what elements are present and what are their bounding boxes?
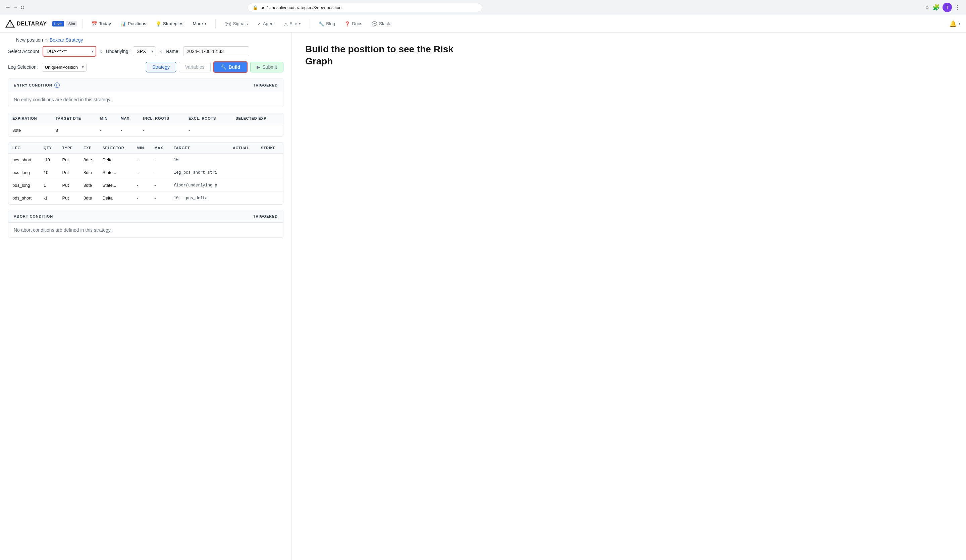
abort-condition-section: ABORT CONDITION TRIGGERED No abort condi… — [8, 210, 283, 238]
chevron-account-icon[interactable]: ▾ — [959, 21, 961, 26]
strategies-icon: 💡 — [156, 21, 161, 26]
nav-site[interactable]: △ Site ▾ — [281, 19, 304, 28]
logo-text: DELTARAY — [17, 21, 47, 27]
leg-col-qty: QTY — [39, 143, 58, 154]
variables-tab[interactable]: Variables — [179, 62, 211, 72]
bell-icon[interactable]: 🔔 — [949, 20, 957, 28]
exp-col-min: MIN — [96, 113, 117, 124]
exp-col-incl-roots: INCL. ROOTS — [139, 113, 185, 124]
abort-condition-body: No abort conditions are defined in this … — [14, 227, 112, 233]
site-chevron-icon: ▾ — [299, 21, 301, 26]
nav-strategies[interactable]: 💡 Strategies — [152, 19, 187, 28]
expiration-table: EXPIRATION TARGET DTE MIN MAX INCL. ROOT… — [8, 113, 283, 136]
table-row: pds_long1Put8dteState...--floor(underlyi… — [8, 179, 283, 192]
nav-today[interactable]: 📅 Today — [88, 19, 114, 28]
menu-icon[interactable]: ⋮ — [955, 4, 961, 11]
legs-table-section: LEG QTY TYPE EXP SELECTOR MIN MAX TARGET… — [8, 142, 283, 205]
refresh-button[interactable]: ↻ — [20, 4, 25, 11]
wrench-build-icon: 🔧 — [221, 64, 227, 70]
exp-row-selected-exp — [232, 124, 283, 137]
table-row: 8dte 8 - - - - — [8, 124, 283, 137]
url-text: us-1.mesolive.io/strategies/3/new-positi… — [261, 5, 342, 10]
exp-col-selected-exp: SELECTED EXP — [232, 113, 283, 124]
badge-live[interactable]: Live — [52, 21, 64, 26]
calendar-icon: 📅 — [92, 21, 97, 26]
wrench-icon: 🔧 — [319, 21, 324, 26]
exp-row-min: - — [96, 124, 117, 137]
breadcrumb-separator: » — [45, 37, 48, 43]
name-label: Name: — [166, 49, 179, 54]
leg-col-actual: ACTUAL — [229, 143, 257, 154]
security-icon: 🔒 — [253, 5, 258, 10]
build-button[interactable]: 🔧 Build — [213, 61, 248, 73]
arrow2: » — [159, 48, 163, 54]
name-input[interactable] — [183, 46, 249, 56]
breadcrumb-current[interactable]: Boxcar Strategy — [50, 37, 83, 43]
leg-col-selector: SELECTOR — [98, 143, 133, 154]
entry-condition-section: ENTRY CONDITION i TRIGGERED No entry con… — [8, 78, 283, 107]
strategy-tab[interactable]: Strategy — [146, 62, 176, 72]
nav-docs[interactable]: ❓ Docs — [341, 19, 366, 28]
avatar-btn[interactable]: T — [943, 3, 952, 12]
exp-row-excl-roots: - — [184, 124, 232, 137]
logo-icon — [5, 19, 15, 28]
exp-row-incl-roots: - — [139, 124, 185, 137]
abort-triggered-label: TRIGGERED — [253, 214, 278, 218]
extensions-icon[interactable]: 🧩 — [932, 4, 940, 11]
breadcrumb-parent: New position — [16, 37, 43, 43]
table-row: pcs_short-10Put8dteDelta--10 — [8, 154, 283, 166]
exp-col-expiration: EXPIRATION — [8, 113, 52, 124]
nav-agent[interactable]: ✓ Agent — [254, 19, 278, 28]
entry-triggered-label: TRIGGERED — [253, 83, 278, 87]
leg-col-min: MIN — [133, 143, 150, 154]
underlying-label: Underlying: — [106, 49, 130, 54]
leg-col-strike: STRIKE — [257, 143, 283, 154]
table-row: pds_short-1Put8dteDelta--10 - pos_delta — [8, 192, 283, 205]
legs-table: LEG QTY TYPE EXP SELECTOR MIN MAX TARGET… — [8, 143, 283, 204]
signals-icon: ((•)) — [224, 21, 231, 26]
triangle-icon: △ — [284, 21, 288, 26]
breadcrumb: New position » Boxcar Strategy — [8, 33, 283, 46]
bookmark-icon[interactable]: ☆ — [925, 4, 930, 11]
right-panel: Build the position to see the Risk Graph — [292, 33, 966, 560]
arrow1: » — [100, 48, 103, 54]
exp-col-target-dte: TARGET DTE — [52, 113, 96, 124]
abort-condition-title: ABORT CONDITION — [14, 214, 53, 218]
submit-arrow-icon: ▶ — [256, 64, 260, 70]
account-label: Select Account — [8, 49, 39, 54]
entry-condition-title: ENTRY CONDITION — [14, 83, 52, 87]
submit-button[interactable]: ▶ Submit — [250, 62, 283, 72]
exp-row-target-dte: 8 — [52, 124, 96, 137]
badge-sim[interactable]: Sim — [66, 21, 77, 26]
leg-col-type: TYPE — [58, 143, 79, 154]
account-select[interactable]: DUA-**-** — [43, 46, 96, 57]
back-button[interactable]: ← — [5, 4, 11, 10]
leg-col-max: MAX — [150, 143, 170, 154]
positions-icon: 📊 — [120, 21, 126, 26]
exp-col-max: MAX — [117, 113, 139, 124]
slack-icon: 💬 — [372, 21, 377, 26]
risk-graph-title: Build the position to see the Risk Graph — [305, 43, 473, 68]
underlying-select[interactable]: SPX — [133, 46, 156, 56]
leg-col-target: TARGET — [170, 143, 229, 154]
exp-row-max: - — [117, 124, 139, 137]
nav-positions[interactable]: 📊 Positions — [117, 19, 150, 28]
leg-col-exp: EXP — [79, 143, 98, 154]
check-icon: ✓ — [257, 21, 261, 26]
docs-icon: ❓ — [345, 21, 350, 26]
leg-selection-label: Leg Selection: — [8, 64, 38, 70]
entry-info-icon[interactable]: i — [54, 82, 60, 88]
forward-button[interactable]: → — [13, 4, 18, 10]
nav-signals[interactable]: ((•)) Signals — [221, 19, 251, 28]
nav-blog[interactable]: 🔧 Blog — [315, 19, 338, 28]
leg-selection-select[interactable]: UniqueInPosition — [42, 63, 87, 72]
expiration-table-section: EXPIRATION TARGET DTE MIN MAX INCL. ROOT… — [8, 113, 283, 137]
leg-col-leg: LEG — [8, 143, 39, 154]
chevron-down-icon: ▾ — [205, 21, 207, 26]
table-row: pcs_long10Put8dteState...--leg_pcs_short… — [8, 166, 283, 179]
nav-more[interactable]: More ▾ — [189, 19, 210, 28]
nav-slack[interactable]: 💬 Slack — [368, 19, 393, 28]
exp-col-excl-roots: EXCL. ROOTS — [184, 113, 232, 124]
exp-row-expiration: 8dte — [8, 124, 52, 137]
logo: DELTARAY — [5, 19, 47, 28]
